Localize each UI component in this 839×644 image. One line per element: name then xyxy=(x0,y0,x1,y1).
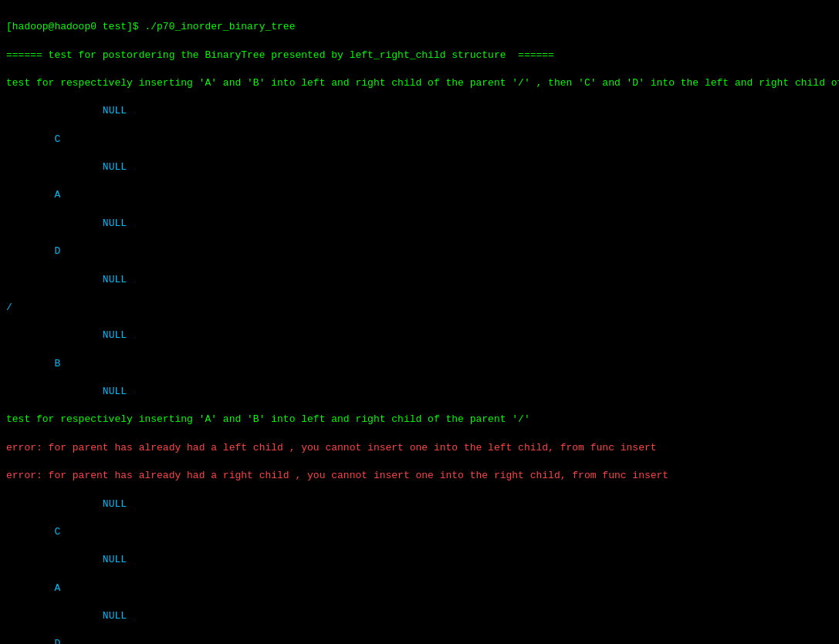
error2: error: for parent has already had a righ… xyxy=(6,470,668,481)
test2-header: test for respectively inserting 'A' and … xyxy=(6,413,530,425)
prompt-line: [hadoop@hadoop0 test]$ ./p70_inorder_bin… xyxy=(6,21,295,32)
test1-header: test for respectively inserting 'A' and … xyxy=(6,77,839,89)
node-d1: D xyxy=(6,245,60,257)
node-a1: A xyxy=(6,189,60,201)
null4: NULL xyxy=(6,274,127,285)
error1: error: for parent has already had a left… xyxy=(6,442,657,453)
node-slash1: / xyxy=(6,302,12,313)
null2: NULL xyxy=(6,161,127,173)
node-c1: C xyxy=(6,133,60,145)
separator-line: ====== test for postordering the BinaryT… xyxy=(6,49,554,61)
node-b1: B xyxy=(6,358,60,369)
null6: NULL xyxy=(6,386,127,397)
null3: NULL xyxy=(6,217,127,229)
null1: NULL xyxy=(6,105,127,116)
null5: NULL xyxy=(6,329,127,341)
node-d2: D xyxy=(6,638,60,644)
null8: NULL xyxy=(6,554,127,565)
terminal: [hadoop@hadoop0 test]$ ./p70_inorder_bin… xyxy=(6,6,833,644)
node-c2: C xyxy=(6,526,60,538)
null9: NULL xyxy=(6,610,127,622)
node-a2: A xyxy=(6,582,60,594)
null7: NULL xyxy=(6,498,127,510)
